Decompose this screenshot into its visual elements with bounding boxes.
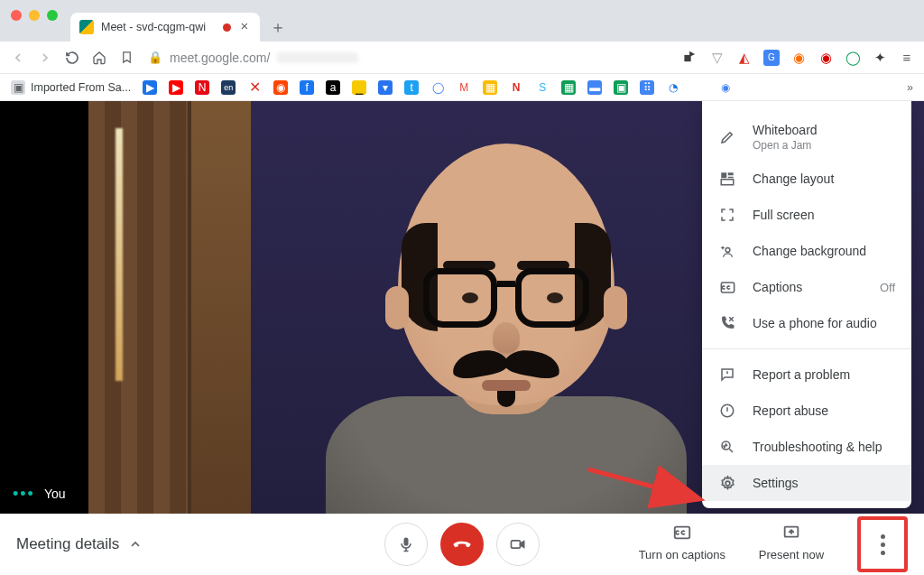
bookmark-icon[interactable]: a bbox=[326, 80, 340, 95]
nav-bookmark-button[interactable] bbox=[117, 49, 135, 67]
gear-icon bbox=[718, 474, 736, 492]
new-tab-button[interactable]: ＋ bbox=[265, 14, 291, 40]
bookmark-icon[interactable]: G bbox=[692, 80, 707, 95]
audio-activity-icon: ••• bbox=[13, 490, 35, 497]
more-options-menu: WhiteboardOpen a Jam Change layout Full … bbox=[702, 101, 911, 508]
menu-change-layout[interactable]: Change layout bbox=[702, 161, 911, 197]
bookmark-folder[interactable]: ▣ Imported From Sa... bbox=[11, 80, 131, 95]
troubleshoot-icon bbox=[718, 438, 736, 456]
nav-reload-button[interactable] bbox=[63, 49, 81, 67]
ext-green-icon[interactable]: ◯ bbox=[845, 50, 861, 66]
leave-call-button[interactable] bbox=[440, 523, 484, 566]
pen-icon bbox=[718, 128, 736, 146]
present-icon bbox=[781, 522, 802, 543]
bookmark-icon[interactable]: ▦ bbox=[483, 80, 497, 95]
meet-favicon-icon bbox=[79, 20, 94, 34]
bookmark-icon[interactable]: ⠿ bbox=[640, 80, 654, 95]
svg-rect-3 bbox=[728, 177, 734, 179]
nav-home-button[interactable] bbox=[90, 49, 108, 67]
more-options-button[interactable] bbox=[857, 516, 908, 572]
menu-separator bbox=[702, 348, 911, 349]
folder-icon: ▣ bbox=[11, 80, 25, 95]
bookmark-icon[interactable]: ✕ bbox=[247, 80, 262, 95]
window-traffic-lights[interactable] bbox=[11, 10, 58, 21]
fullscreen-icon bbox=[718, 206, 736, 224]
svg-rect-12 bbox=[512, 541, 521, 548]
browser-tabstrip: Meet - svd-cqgm-qwi × ＋ bbox=[0, 11, 924, 42]
bookmark-icon[interactable]: ◯ bbox=[430, 80, 445, 95]
brave-shields-icon[interactable]: ▽ bbox=[709, 50, 725, 66]
svg-point-9 bbox=[725, 481, 730, 486]
address-bar[interactable]: 🔒 meet.google.com/ bbox=[148, 51, 358, 65]
self-label: ••• You bbox=[13, 487, 66, 501]
menu-change-background[interactable]: Change background bbox=[702, 233, 911, 269]
menu-whiteboard[interactable]: WhiteboardOpen a Jam bbox=[702, 114, 911, 161]
ext-red-icon[interactable]: ◉ bbox=[818, 50, 834, 66]
browser-menu-button[interactable]: ≡ bbox=[899, 50, 915, 66]
camera-indicator-icon[interactable]: ■▶ bbox=[682, 50, 698, 66]
bookmark-icon[interactable]: ▬ bbox=[587, 80, 602, 95]
nav-back-button[interactable] bbox=[9, 49, 27, 67]
menu-settings[interactable]: Settings bbox=[702, 465, 911, 501]
person-illustration bbox=[290, 134, 723, 514]
extensions-button[interactable]: ✦ bbox=[872, 50, 888, 66]
bookmark-icon[interactable]: ◉ bbox=[718, 80, 733, 95]
captions-icon bbox=[671, 522, 693, 543]
bookmark-icon[interactable]: ◔ bbox=[666, 80, 680, 95]
browser-toolbar: 🔒 meet.google.com/ ■▶ ▽ ◭ G ◉ ◉ ◯ ✦ ≡ bbox=[0, 42, 924, 74]
camera-toggle-button[interactable] bbox=[496, 523, 540, 566]
chevron-up-icon bbox=[128, 537, 143, 552]
meet-bottom-bar: Meeting details Turn on captions Present… bbox=[0, 514, 924, 575]
abuse-icon bbox=[718, 402, 736, 420]
bookmark-icon[interactable]: en bbox=[221, 80, 236, 95]
browser-tab-active[interactable]: Meet - svd-cqgm-qwi × bbox=[70, 13, 260, 42]
feedback-icon bbox=[718, 366, 736, 384]
nav-forward-button[interactable] bbox=[36, 49, 54, 67]
window-zoom-icon[interactable] bbox=[47, 10, 58, 21]
bookmark-icon[interactable]: N bbox=[195, 80, 209, 95]
bookmark-icon[interactable]: ◉ bbox=[273, 80, 288, 95]
bookmark-icon[interactable]: ▾ bbox=[378, 80, 393, 95]
layout-icon bbox=[718, 170, 736, 188]
menu-phone-audio[interactable]: Use a phone for audio bbox=[702, 305, 911, 341]
bookmark-icon[interactable]: M bbox=[457, 80, 471, 95]
svg-rect-11 bbox=[404, 538, 409, 546]
ext-warning-icon[interactable]: ◭ bbox=[736, 50, 753, 66]
tab-close-icon[interactable]: × bbox=[238, 21, 251, 33]
bookmark-icon[interactable]: N bbox=[509, 80, 523, 95]
window-close-icon[interactable] bbox=[11, 10, 22, 21]
mic-toggle-button[interactable] bbox=[384, 523, 428, 566]
captions-state: Off bbox=[880, 281, 895, 294]
meeting-details-button[interactable]: Meeting details bbox=[16, 535, 143, 553]
present-now-button[interactable]: Present now bbox=[756, 516, 827, 561]
ext-translate-icon[interactable]: G bbox=[763, 50, 780, 66]
svg-rect-2 bbox=[728, 172, 734, 175]
bookmark-icon[interactable]: f bbox=[300, 80, 314, 95]
ext-orange-icon[interactable]: ◉ bbox=[790, 50, 807, 66]
menu-report-problem[interactable]: Report a problem bbox=[702, 357, 911, 393]
bookmark-overflow-button[interactable]: » bbox=[907, 81, 913, 94]
sparkle-person-icon bbox=[718, 242, 736, 260]
turn-on-captions-button[interactable]: Turn on captions bbox=[639, 516, 725, 561]
lock-icon: 🔒 bbox=[148, 51, 162, 64]
menu-troubleshoot[interactable]: Troubleshooting & help bbox=[702, 429, 911, 465]
more-vert-icon bbox=[881, 534, 885, 555]
bookmark-icon[interactable]: ⎯ bbox=[352, 80, 366, 95]
captions-icon bbox=[718, 278, 736, 296]
bookmark-icon[interactable]: ▶ bbox=[143, 80, 157, 95]
bookmark-icon[interactable]: t bbox=[404, 80, 419, 95]
bookmarks-bar: ▣ Imported From Sa... ▶ ▶ N en ✕ ◉ f a ⎯… bbox=[0, 74, 924, 101]
menu-captions[interactable]: Captions Off bbox=[702, 269, 911, 305]
menu-report-abuse[interactable]: Report abuse bbox=[702, 393, 911, 429]
url-host: meet.google.com/ bbox=[170, 51, 270, 65]
tab-title: Meet - svd-cqgm-qwi bbox=[101, 21, 206, 33]
svg-point-5 bbox=[725, 247, 730, 252]
bookmark-icon[interactable]: S bbox=[535, 80, 550, 95]
bookmark-icon[interactable]: ▣ bbox=[614, 80, 628, 95]
url-path-redacted bbox=[277, 52, 358, 63]
bookmark-icon[interactable]: ▦ bbox=[561, 80, 576, 95]
bookmark-icon[interactable]: ▶ bbox=[169, 80, 183, 95]
window-minimize-icon[interactable] bbox=[29, 10, 40, 21]
svg-rect-4 bbox=[721, 180, 734, 185]
menu-full-screen[interactable]: Full screen bbox=[702, 197, 911, 233]
